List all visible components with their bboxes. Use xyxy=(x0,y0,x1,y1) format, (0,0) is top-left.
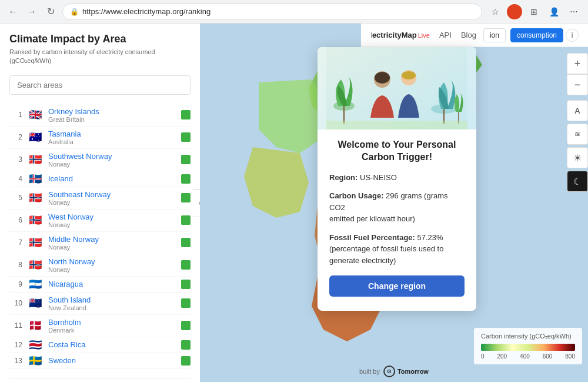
zoom-in-button[interactable]: + xyxy=(567,53,588,74)
map-area[interactable]: l ectricityMap Live API Blog ion consump… xyxy=(200,24,588,382)
ranking-item[interactable]: 8 🇳🇴 North Norway Norway xyxy=(9,254,191,277)
ranking-item[interactable]: 6 🇳🇴 West Norway Norway xyxy=(9,210,191,232)
forward-button[interactable]: → xyxy=(25,5,39,19)
ranking-list: 1 🇬🇧 Orkney Islands Great Britain 2 🇦🇺 T… xyxy=(9,104,191,369)
intensity-indicator xyxy=(181,174,191,184)
rank-number: 5 xyxy=(9,194,22,202)
search-input[interactable] xyxy=(9,75,191,95)
collapse-toggle[interactable]: ‹ xyxy=(193,189,200,217)
ranking-item[interactable]: 10 🇳🇿 South Island New Zealand xyxy=(9,293,191,315)
area-info: Bornholm Denmark xyxy=(48,318,175,334)
flag-icon: 🇦🇺 xyxy=(28,132,42,142)
dark-mode-button[interactable]: ☾ xyxy=(567,171,588,192)
consumption-tab[interactable]: consumption xyxy=(510,28,563,42)
main-content: Climate Impact by Area Ranked by carbon … xyxy=(0,24,588,382)
zoom-controls: + − xyxy=(567,53,588,95)
ranking-item[interactable]: 3 🇳🇴 Southwest Norway Norway xyxy=(9,149,191,171)
bookmark-button[interactable]: ☆ xyxy=(487,4,503,20)
back-button[interactable]: ← xyxy=(6,5,20,19)
intensity-indicator xyxy=(181,340,191,350)
ranking-item[interactable]: 1 🇬🇧 Orkney Islands Great Britain xyxy=(9,104,191,127)
info-button[interactable]: i xyxy=(566,29,579,42)
flag-icon: 🇳🇴 xyxy=(28,193,42,202)
area-info: Sweden xyxy=(48,356,175,365)
area-name: Orkney Islands xyxy=(48,107,175,116)
page-subtitle: Ranked by carbon intensity of electricit… xyxy=(9,48,191,66)
carbon-label-800: 800 xyxy=(565,353,575,360)
extensions-button[interactable]: ⊞ xyxy=(526,4,542,20)
browser-chrome: ← → ↻ 🔒 https://www.electricitymap.org/r… xyxy=(0,0,588,24)
area-name: Middle Norway xyxy=(48,235,175,244)
change-region-button[interactable]: Change region xyxy=(329,275,465,297)
area-country: Norway xyxy=(48,244,175,251)
rank-number: 1 xyxy=(9,111,22,119)
moon-icon: ☾ xyxy=(573,176,582,187)
rank-number: 6 xyxy=(9,216,22,224)
intensity-indicator xyxy=(181,356,191,366)
rank-number: 3 xyxy=(9,155,22,164)
ranking-item[interactable]: 5 🇳🇴 Southeast Norway Norway xyxy=(9,187,191,210)
menu-button[interactable]: ⋯ xyxy=(566,4,582,20)
area-info: South Island New Zealand xyxy=(48,295,175,311)
flag-icon: 🇮🇸 xyxy=(28,174,42,184)
ranking-item[interactable]: 11 🇩🇰 Bornholm Denmark xyxy=(9,315,191,337)
area-name: Tasmania xyxy=(48,129,175,138)
tomorrow-logo: ⊙ Tomorrow xyxy=(383,366,429,377)
sidebar: Climate Impact by Area Ranked by carbon … xyxy=(0,24,200,382)
rank-number: 11 xyxy=(9,321,22,330)
intensity-indicator xyxy=(181,280,191,289)
area-country: Norway xyxy=(48,266,175,273)
ranking-item[interactable]: 2 🇦🇺 Tasmania Australia xyxy=(9,127,191,149)
intensity-indicator xyxy=(181,110,191,119)
modal-region-row: Region: US-NEISO xyxy=(329,172,465,184)
carbon-usage-label: Carbon Usage: xyxy=(329,191,383,200)
refresh-button[interactable]: ↻ xyxy=(44,5,58,19)
carbon-label-400: 400 xyxy=(520,353,530,360)
ranking-item[interactable]: 7 🇳🇴 Middle Norway Norway xyxy=(9,232,191,254)
built-by-prefix: built by xyxy=(359,368,380,375)
welcome-modal: Welcome to Your PersonalCarbon Trigger! … xyxy=(318,47,476,311)
sun-button[interactable]: ☀ xyxy=(567,147,588,168)
area-country: Norway xyxy=(48,221,175,228)
address-bar[interactable]: 🔒 https://www.electricitymap.org/ranking xyxy=(62,4,482,20)
intensity-indicator xyxy=(181,193,191,202)
ranking-item[interactable]: 12 🇨🇷 Costa Rica xyxy=(9,337,191,353)
wind-button[interactable]: ≋ xyxy=(567,124,588,145)
area-name: Southeast Norway xyxy=(48,190,175,199)
lock-icon: 🔒 xyxy=(70,8,79,16)
area-name: Iceland xyxy=(48,174,175,183)
api-link[interactable]: API xyxy=(439,31,452,39)
illustration-svg xyxy=(326,47,467,129)
ranking-item[interactable]: 13 🇸🇪 Sweden xyxy=(9,353,191,369)
carbon-label-600: 600 xyxy=(543,353,553,360)
fossil-label: Fossil Fuel Percentage: xyxy=(329,233,415,242)
zoom-out-button[interactable]: − xyxy=(567,74,588,95)
rank-number: 4 xyxy=(9,175,22,183)
area-info: Tasmania Australia xyxy=(48,129,175,145)
zone-tab-label: ion xyxy=(490,31,499,39)
rank-number: 10 xyxy=(9,299,22,307)
area-name: Nicaragua xyxy=(48,280,175,288)
blog-link[interactable]: Blog xyxy=(461,31,476,39)
zone-tab[interactable]: ion xyxy=(483,28,506,42)
ranking-item[interactable]: 4 🇮🇸 Iceland xyxy=(9,171,191,187)
profile-button[interactable]: 👤 xyxy=(546,4,562,20)
live-badge: Live xyxy=(418,32,430,39)
modal-title: Welcome to Your PersonalCarbon Trigger! xyxy=(329,139,465,164)
carbon-label-200: 200 xyxy=(497,353,507,360)
area-country: Australia xyxy=(48,138,175,145)
intensity-indicator xyxy=(181,321,191,330)
area-info: Southwest Norway Norway xyxy=(48,152,175,168)
intensity-indicator xyxy=(181,260,191,270)
intensity-indicator xyxy=(181,298,191,308)
flag-icon: 🇳🇴 xyxy=(28,155,42,164)
modal-content: Welcome to Your PersonalCarbon Trigger! … xyxy=(318,129,476,297)
rank-number: 8 xyxy=(9,261,22,269)
rank-number: 13 xyxy=(9,357,22,365)
area-name: Southwest Norway xyxy=(48,152,175,161)
area-info: Orkney Islands Great Britain xyxy=(48,107,175,123)
ranking-item[interactable]: 9 🇳🇮 Nicaragua xyxy=(9,277,191,293)
area-info: Southeast Norway Norway xyxy=(48,190,175,206)
flag-icon: 🇳🇿 xyxy=(28,298,42,308)
language-button[interactable]: A xyxy=(567,100,588,121)
